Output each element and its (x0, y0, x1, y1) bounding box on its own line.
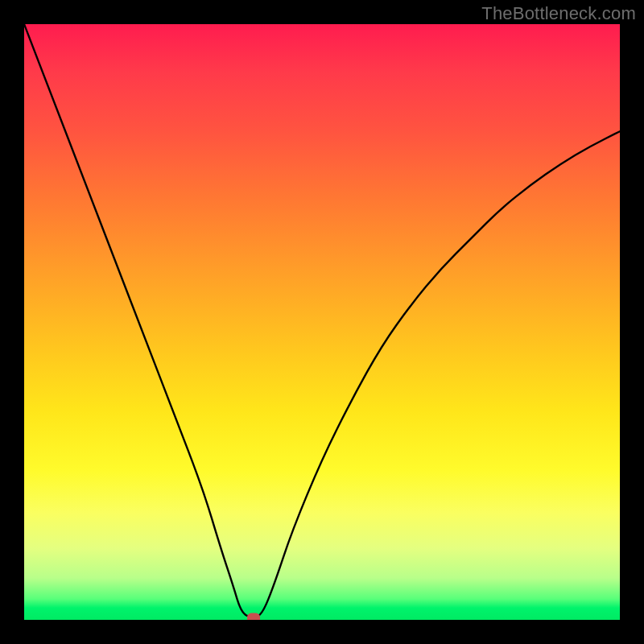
curve-svg (24, 24, 620, 620)
bottleneck-curve (24, 24, 620, 617)
optimum-marker (247, 613, 260, 620)
plot-area (24, 24, 620, 620)
watermark-text: TheBottleneck.com (481, 3, 636, 24)
chart-frame: TheBottleneck.com (0, 0, 644, 644)
